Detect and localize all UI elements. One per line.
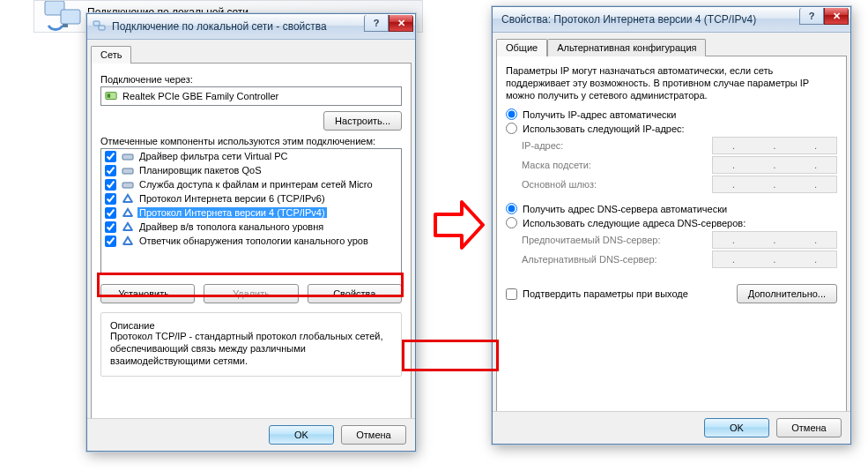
validate-on-exit[interactable]: Подтвердить параметры при выходе	[506, 288, 737, 300]
tab-page-general: Параметры IP могут назначаться автоматич…	[496, 56, 847, 424]
radio-label: Использовать следующие адреса DNS-сервер…	[523, 218, 746, 228]
window-icon	[93, 19, 107, 34]
driver-icon	[122, 221, 134, 233]
window-title: Свойства: Протокол Интернета версии 4 (T…	[498, 13, 850, 26]
radio-label: Получить IP-адрес автоматически	[523, 109, 676, 120]
adapter-box: Realtek PCIe GBE Family Controller	[100, 86, 402, 106]
subnet-mask-row: Маска подсети: ...	[522, 156, 837, 174]
item-checkbox[interactable]	[105, 151, 116, 162]
dns-preferred-label: Предпочитаемый DNS-сервер:	[522, 235, 712, 245]
item-checkbox[interactable]	[105, 207, 116, 219]
item-label: Драйвер фильтра сети Virtual PC	[137, 151, 289, 161]
connection-properties-window: Подключение по локальной сети - свойства…	[86, 13, 416, 452]
remove-button[interactable]: Удалить	[204, 284, 298, 303]
checkbox-label: Подтвердить параметры при выходе	[523, 288, 688, 299]
intro-text: Параметры IP могут назначаться автоматич…	[506, 65, 837, 101]
item-label: Протокол Интернета версии 6 (TCP/IPv6)	[137, 193, 327, 204]
svg-rect-11	[123, 215, 133, 217]
help-button[interactable]: ?	[364, 15, 389, 32]
svg-rect-4	[99, 26, 105, 30]
install-button[interactable]: Установить...	[100, 284, 195, 303]
ok-button[interactable]: OK	[269, 425, 334, 445]
item-label: Планировщик пакетов QoS	[137, 165, 263, 176]
radio-ip-manual[interactable]: Использовать следующий IP-адрес:	[506, 123, 837, 134]
list-item-selected[interactable]: Протокол Интернета версии 4 (TCP/IPv4)	[101, 206, 402, 220]
gateway-row: Основной шлюз: ...	[522, 176, 837, 193]
connect-via-label: Подключение через:	[100, 74, 402, 85]
checkbox-input[interactable]	[506, 288, 517, 300]
list-item[interactable]: Драйвер фильтра сети Virtual PC	[101, 149, 402, 163]
item-label: Протокол Интернета версии 4 (TCP/IPv4)	[137, 207, 327, 218]
tab-general[interactable]: Общие	[496, 39, 547, 56]
item-label: Ответчик обнаружения топологии канальног…	[137, 236, 370, 246]
item-checkbox[interactable]	[105, 165, 116, 176]
close-button[interactable]: ✕	[824, 8, 849, 25]
help-button[interactable]: ?	[799, 8, 824, 25]
svg-rect-3	[93, 21, 100, 26]
nic-icon	[105, 90, 117, 102]
close-button[interactable]: ✕	[389, 15, 413, 32]
svg-rect-9	[122, 183, 133, 188]
dns-alt-label: Альтернативный DNS-сервер:	[522, 254, 712, 265]
arrow-icon	[432, 198, 486, 251]
advanced-button[interactable]: Дополнительно...	[737, 284, 837, 303]
item-checkbox[interactable]	[105, 193, 116, 205]
item-label: Драйвер в/в тополога канального уровня	[137, 221, 325, 232]
radio-input[interactable]	[506, 217, 517, 228]
annotation-highlight-props	[402, 340, 499, 371]
tab-alt-config[interactable]: Альтернативная конфигурация	[547, 39, 706, 56]
subnet-mask-label: Маска подсети:	[522, 160, 712, 170]
description-box: Описание Протокол TCP/IP - стандартный п…	[100, 312, 402, 377]
radio-ip-auto[interactable]: Получить IP-адрес автоматически	[506, 108, 837, 120]
svg-rect-10	[123, 201, 133, 203]
gateway-input[interactable]: ...	[712, 176, 837, 193]
service-icon	[122, 178, 134, 191]
radio-label: Использовать следующий IP-адрес:	[523, 123, 685, 134]
svg-rect-12	[123, 229, 133, 231]
svg-rect-7	[122, 154, 133, 160]
cancel-button[interactable]: Отмена	[341, 425, 406, 445]
item-checkbox[interactable]	[105, 236, 116, 247]
svg-rect-8	[122, 168, 133, 174]
titlebar[interactable]: Свойства: Протокол Интернета версии 4 (T…	[493, 7, 850, 33]
radio-dns-manual[interactable]: Использовать следующие адреса DNS-сервер…	[506, 217, 837, 228]
driver-icon	[122, 235, 134, 247]
list-item[interactable]: Планировщик пакетов QoS	[101, 163, 402, 177]
titlebar[interactable]: Подключение по локальной сети - свойства…	[87, 14, 415, 40]
tab-network[interactable]: Сеть	[91, 46, 131, 64]
components-listbox[interactable]: Драйвер фильтра сети Virtual PC Планиров…	[100, 148, 402, 275]
list-item[interactable]: Ответчик обнаружения топологии канальног…	[101, 234, 402, 248]
radio-input[interactable]	[506, 108, 517, 120]
subnet-mask-input[interactable]: ...	[712, 156, 837, 174]
properties-button[interactable]: Свойства	[308, 284, 402, 303]
driver-icon	[122, 150, 134, 162]
dns-preferred-input[interactable]: ...	[712, 231, 837, 249]
ip-address-input[interactable]: ...	[712, 137, 837, 154]
protocol-icon	[122, 192, 134, 205]
gateway-label: Основной шлюз:	[522, 179, 712, 190]
ipv4-properties-window: Свойства: Протокол Интернета версии 4 (T…	[492, 6, 851, 445]
network-adapter-icon	[41, 0, 84, 33]
description-text: Протокол TCP/IP - стандартный протокол г…	[110, 331, 392, 367]
protocol-icon	[122, 206, 134, 219]
svg-rect-2	[63, 24, 68, 27]
dns-alt-row: Альтернативный DNS-сервер: ...	[522, 250, 837, 268]
ip-address-label: IP-адрес:	[522, 140, 712, 151]
dns-preferred-row: Предпочитаемый DNS-сервер: ...	[522, 231, 837, 249]
ip-address-row: IP-адрес: ...	[522, 137, 837, 154]
list-item[interactable]: Протокол Интернета версии 6 (TCP/IPv6)	[101, 191, 402, 206]
item-label: Служба доступа к файлам и принтерам сете…	[137, 179, 375, 190]
item-checkbox[interactable]	[105, 179, 116, 191]
description-heading: Описание	[107, 320, 159, 331]
radio-label: Получить адрес DNS-сервера автоматически	[523, 204, 727, 214]
dns-alt-input[interactable]: ...	[712, 250, 837, 268]
cancel-button[interactable]: Отмена	[776, 418, 842, 437]
configure-button[interactable]: Настроить...	[323, 111, 402, 131]
list-item[interactable]: Драйвер в/в тополога канального уровня	[101, 220, 402, 234]
ok-button[interactable]: OK	[704, 418, 769, 437]
radio-dns-auto[interactable]: Получить адрес DNS-сервера автоматически	[506, 203, 837, 214]
radio-input[interactable]	[506, 203, 517, 214]
list-item[interactable]: Служба доступа к файлам и принтерам сете…	[101, 177, 402, 191]
radio-input[interactable]	[506, 123, 517, 134]
item-checkbox[interactable]	[105, 221, 116, 233]
